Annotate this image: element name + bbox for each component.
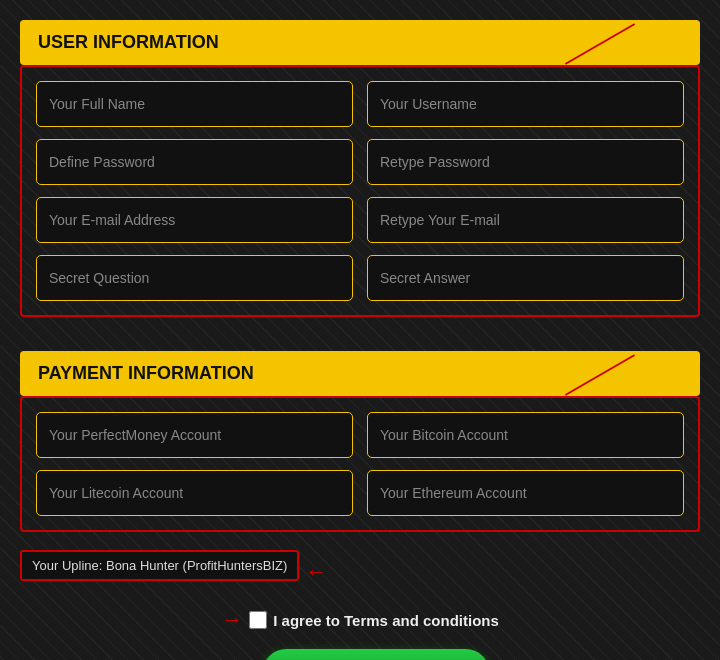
bitcoin-input[interactable] — [367, 412, 684, 458]
payment-info-row-2 — [36, 470, 684, 516]
email-input[interactable] — [36, 197, 353, 243]
user-info-row-2 — [36, 139, 684, 185]
terms-arrow-icon: → — [221, 607, 243, 633]
payment-info-fields-box — [20, 396, 700, 532]
registration-form: USER INFORMATION PAYMENT INFORMATION — [20, 20, 700, 660]
register-row: → REGISTER — [20, 649, 700, 660]
secret-answer-input[interactable] — [367, 255, 684, 301]
user-info-header: USER INFORMATION — [20, 20, 700, 65]
upline-box: Your Upline: Bona Hunter (ProfitHuntersB… — [20, 550, 299, 581]
terms-checkbox[interactable] — [249, 611, 267, 629]
payment-info-row-1 — [36, 412, 684, 458]
secret-question-input[interactable] — [36, 255, 353, 301]
terms-row: → I agree to Terms and conditions — [20, 607, 700, 633]
retype-email-input[interactable] — [367, 197, 684, 243]
upline-label: Your Upline: Bona Hunter (ProfitHuntersB… — [32, 558, 287, 573]
user-info-fields-box — [20, 65, 700, 317]
user-info-row-3 — [36, 197, 684, 243]
ethereum-input[interactable] — [367, 470, 684, 516]
user-info-row-1 — [36, 81, 684, 127]
litecoin-input[interactable] — [36, 470, 353, 516]
upline-arrow-icon: ← — [305, 559, 327, 585]
username-input[interactable] — [367, 81, 684, 127]
register-button[interactable]: REGISTER — [262, 649, 490, 660]
upline-section: Your Upline: Bona Hunter (ProfitHuntersB… — [20, 550, 700, 593]
define-password-input[interactable] — [36, 139, 353, 185]
perfectmoney-input[interactable] — [36, 412, 353, 458]
full-name-input[interactable] — [36, 81, 353, 127]
payment-info-header: PAYMENT INFORMATION — [20, 351, 700, 396]
retype-password-input[interactable] — [367, 139, 684, 185]
user-info-row-4 — [36, 255, 684, 301]
terms-label: I agree to Terms and conditions — [273, 612, 499, 629]
